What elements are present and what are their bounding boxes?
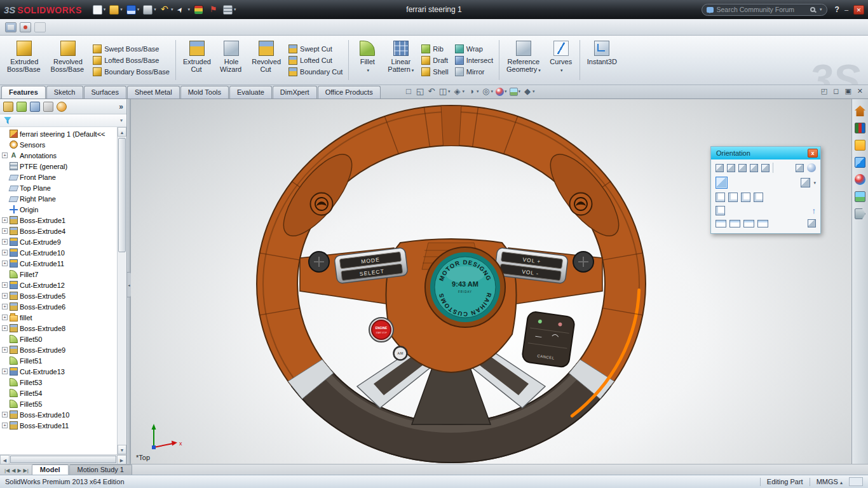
expander-icon[interactable]: + <box>2 261 8 266</box>
link-views-icon[interactable] <box>808 219 816 227</box>
ribbon-tab[interactable]: Sheet Metal <box>127 86 180 98</box>
quickbar-button[interactable] <box>5 22 17 32</box>
left-dpad-knob[interactable] <box>309 252 329 272</box>
expander-icon[interactable]: + <box>2 152 8 158</box>
spin-z-icon[interactable] <box>761 164 770 172</box>
panel-chevron[interactable]: » <box>119 102 123 111</box>
feature-tree-item[interactable]: Fillet51 <box>0 355 117 366</box>
feature-tree-item[interactable]: + fillet <box>0 312 117 323</box>
hud-icon[interactable]: ↶ <box>427 86 436 97</box>
expander-icon[interactable]: + <box>2 304 8 309</box>
center-badge[interactable]: MOTOR DESIGNG 9:43 AM FRIDAY RAIHAN CUST… <box>425 247 505 327</box>
previous-view-icon[interactable] <box>715 164 724 172</box>
expander-icon[interactable] <box>2 271 8 277</box>
ribbon-small-button[interactable]: Rib <box>421 44 448 53</box>
ribbon-small-button[interactable]: Shell <box>421 67 448 76</box>
expander-icon[interactable] <box>2 401 8 407</box>
ribbon-small-button[interactable]: Lofted Boss/Base <box>93 56 170 65</box>
window-control-button[interactable]: ◻ <box>833 87 839 95</box>
propertymanager-tab-icon[interactable] <box>17 102 27 112</box>
hud-icon[interactable]: ▾ <box>510 88 521 96</box>
document-tab[interactable]: Motion Study 1 <box>69 464 132 475</box>
expander-icon[interactable]: + <box>2 228 8 234</box>
ribbon-large-button[interactable]: Extruded Boss/Base <box>3 37 46 83</box>
left-horn-emblem[interactable] <box>311 193 333 215</box>
tree-horizontal-scrollbar[interactable]: ◀ ▶ <box>0 454 126 464</box>
right-dpad-knob[interactable] <box>573 252 593 272</box>
feature-tree-item[interactable]: Fillet54 <box>0 388 117 398</box>
ribbon-tab[interactable]: Surfaces <box>84 86 126 98</box>
feature-tree-item[interactable]: + Boss-Extrude9 <box>0 344 117 355</box>
expander-icon[interactable] <box>2 142 8 147</box>
hud-icon[interactable]: □ <box>404 86 413 97</box>
expander-icon[interactable] <box>2 379 8 385</box>
window-control-button[interactable]: ▣ <box>844 87 851 95</box>
two-viewport-horizontal-icon[interactable] <box>729 220 740 227</box>
expander-icon[interactable] <box>2 163 8 169</box>
expander-icon[interactable] <box>2 196 8 201</box>
task-pane-icon[interactable] <box>855 191 865 202</box>
feature-tree-item[interactable]: Fillet7 <box>0 269 117 280</box>
view-selector-icon[interactable] <box>801 178 810 187</box>
ribbon-tab[interactable]: Features <box>1 86 46 98</box>
feature-tree-root[interactable]: ferrari steering 1 (Default<< <box>0 128 117 139</box>
tab-nav-arrow[interactable]: ▶ <box>17 468 21 473</box>
single-viewport-icon[interactable] <box>715 220 726 227</box>
search-icon[interactable] <box>810 7 815 12</box>
expander-icon[interactable] <box>2 390 8 396</box>
ribbon-large-button[interactable]: Fillet ▾ <box>351 37 383 83</box>
hud-icon[interactable]: ◑▾ <box>467 86 479 97</box>
expander-icon[interactable]: + <box>2 412 8 417</box>
tree-vertical-scrollbar[interactable]: ▲ ▼ <box>117 127 126 454</box>
ribbon-large-button[interactable]: Curves ▾ <box>545 37 577 83</box>
two-viewport-vertical-icon[interactable] <box>743 220 754 227</box>
feature-tree-item[interactable]: Right Plane <box>0 193 117 204</box>
ribbon-small-button[interactable]: Swept Cut <box>288 44 342 53</box>
units-selector[interactable]: MMGS ▴ <box>817 478 843 485</box>
feature-tree-item[interactable]: + Boss-Extrude8 <box>0 323 117 334</box>
close-button[interactable]: ✕ <box>853 5 864 15</box>
new-view-icon[interactable] <box>796 164 804 172</box>
quickbar-button[interactable] <box>20 22 31 32</box>
scroll-up-icon[interactable]: ▲ <box>118 127 126 137</box>
ribbon-small-button[interactable]: Mirror <box>455 67 493 76</box>
displaymanager-tab-icon[interactable] <box>57 102 67 112</box>
scrollbar-thumb[interactable] <box>10 456 116 463</box>
ribbon-tab[interactable]: DimXpert <box>273 86 317 98</box>
ribbon-small-button[interactable]: Draft <box>421 56 448 65</box>
tab-nav-arrow[interactable]: ◀ <box>11 468 15 473</box>
feature-tree-item[interactable]: + Boss-Extrude4 <box>0 226 117 236</box>
minimize-button[interactable]: – <box>844 6 848 13</box>
feature-tree-item[interactable]: + Boss-Extrude10 <box>0 409 117 420</box>
feature-tree-item[interactable]: Fillet50 <box>0 334 117 344</box>
feature-tree-item[interactable]: Fillet55 <box>0 398 117 409</box>
titlebar-tool-button[interactable]: ▾ <box>175 3 192 17</box>
help-button[interactable]: ? <box>835 5 839 14</box>
right-view-icon[interactable] <box>754 193 763 202</box>
document-tab[interactable]: Model <box>32 464 69 475</box>
ribbon-large-button[interactable]: Linear Pattern▾ <box>383 37 418 83</box>
hud-icon[interactable]: ◆▾ <box>523 86 535 97</box>
left-view-icon[interactable] <box>741 193 750 202</box>
titlebar-tool-button[interactable] <box>192 3 207 17</box>
tab-nav-arrow[interactable]: |◀ <box>4 468 10 473</box>
scroll-left-icon[interactable]: ◀ <box>0 455 10 464</box>
task-pane-icon[interactable] <box>855 174 865 185</box>
feature-tree-item[interactable]: + Boss-Extrude6 <box>0 301 117 312</box>
feature-tree-item[interactable]: + Cut-Extrude11 <box>0 258 117 269</box>
four-viewport-icon[interactable] <box>757 220 768 227</box>
view-sphere-icon[interactable] <box>807 163 816 172</box>
expander-icon[interactable] <box>2 174 8 180</box>
expander-icon[interactable]: + <box>2 282 8 288</box>
expander-icon[interactable] <box>2 207 8 212</box>
feature-tree-item[interactable]: + Cut-Extrude13 <box>0 366 117 377</box>
feature-tree-item[interactable]: Origin <box>0 204 117 215</box>
feature-tree-item[interactable]: + Annotations <box>0 150 117 161</box>
scroll-right-icon[interactable]: ▶ <box>117 455 126 464</box>
dimxpertmanager-tab-icon[interactable] <box>43 102 53 112</box>
orientation-titlebar[interactable]: Orientation x <box>711 147 820 159</box>
hud-icon[interactable]: ◱ <box>416 86 424 97</box>
am-button[interactable]: A/M <box>394 347 407 360</box>
normal-to-icon[interactable] <box>727 164 735 172</box>
filter-dropdown-icon[interactable]: ▾ <box>120 118 123 123</box>
